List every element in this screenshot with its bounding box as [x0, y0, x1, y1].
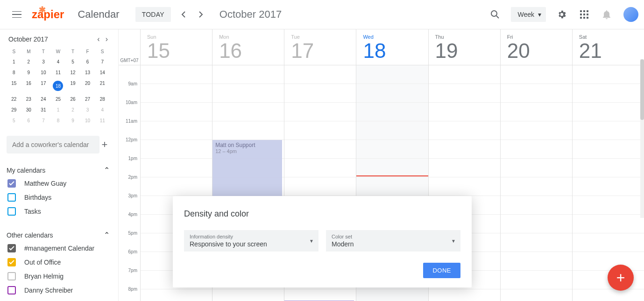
calendar-item[interactable]: Matthew Guay: [7, 176, 110, 190]
mini-day[interactable]: 16: [21, 78, 36, 93]
calendar-checkbox[interactable]: [7, 286, 16, 294]
calendar-item[interactable]: #management Calendar: [7, 241, 110, 255]
calendar-checkbox[interactable]: [7, 244, 16, 252]
day-number: 20: [507, 41, 566, 61]
mini-day[interactable]: 10: [36, 68, 51, 77]
prev-week-icon[interactable]: [175, 6, 192, 23]
mini-day[interactable]: 3: [36, 57, 51, 67]
mini-day[interactable]: 31: [36, 105, 51, 115]
day-header[interactable]: Fri20: [500, 29, 572, 65]
search-icon[interactable]: [486, 5, 504, 24]
create-event-fab[interactable]: +: [608, 265, 634, 291]
mini-day[interactable]: 6: [80, 57, 95, 67]
colorset-value: Modern: [332, 240, 455, 248]
mini-day[interactable]: 30: [21, 105, 36, 115]
week-nav: [175, 6, 210, 23]
notifications-icon[interactable]: [597, 5, 616, 24]
mini-day[interactable]: 1: [51, 105, 66, 115]
add-coworker-input[interactable]: [7, 136, 99, 154]
mini-day[interactable]: 9: [21, 68, 36, 77]
mini-day[interactable]: 11: [95, 116, 110, 126]
mini-day[interactable]: 15: [7, 78, 21, 93]
mini-day[interactable]: 8: [7, 68, 21, 77]
mini-dow: S: [7, 47, 21, 56]
density-select[interactable]: Information density Responsive to your s…: [184, 230, 318, 252]
mini-day[interactable]: 21: [95, 78, 110, 93]
colorset-select[interactable]: Color set Modern ▼: [326, 230, 460, 252]
add-coworker-plus-icon[interactable]: +: [99, 136, 110, 153]
app-logo[interactable]: zapier✱ Calendar: [32, 8, 120, 21]
calendar-item[interactable]: Danny Schreiber: [7, 283, 110, 297]
svg-rect-3: [587, 10, 588, 12]
mini-day[interactable]: 9: [65, 116, 80, 126]
calendar-item[interactable]: Birthdays: [7, 190, 110, 204]
calendar-item[interactable]: Out of Office: [7, 255, 110, 269]
next-week-icon[interactable]: [192, 6, 210, 23]
day-header[interactable]: Mon16: [212, 29, 284, 65]
settings-icon[interactable]: [552, 5, 571, 24]
mini-day[interactable]: 23: [21, 94, 36, 104]
scrollbar[interactable]: [640, 59, 644, 218]
menu-icon[interactable]: [6, 3, 28, 26]
mini-day[interactable]: 4: [51, 57, 66, 67]
mini-day[interactable]: 13: [80, 68, 95, 77]
my-calendars-label: My calendars: [7, 167, 45, 174]
day-column[interactable]: [500, 65, 572, 301]
mini-day[interactable]: 2: [65, 105, 80, 115]
mini-day[interactable]: 14: [95, 68, 110, 77]
calendar-checkbox[interactable]: [7, 258, 16, 266]
other-calendars-header[interactable]: Other calendars ⌃: [7, 229, 110, 241]
hour-label: 12pm: [119, 137, 140, 156]
mini-day[interactable]: 25: [51, 94, 66, 104]
day-header[interactable]: Sat21: [572, 29, 644, 65]
svg-rect-6: [587, 14, 588, 15]
mini-prev-icon[interactable]: ‹: [97, 35, 99, 43]
mini-day[interactable]: 17: [36, 78, 51, 93]
day-header[interactable]: Wed18: [356, 29, 428, 65]
day-header[interactable]: Sun15: [140, 29, 212, 65]
mini-day[interactable]: 27: [80, 94, 95, 104]
today-button[interactable]: TODAY: [135, 7, 171, 22]
calendar-item[interactable]: Tasks: [7, 204, 110, 218]
calendar-checkbox[interactable]: [7, 179, 16, 188]
mini-day[interactable]: 5: [65, 57, 80, 67]
mini-day[interactable]: 3: [80, 105, 95, 115]
mini-day[interactable]: 19: [65, 78, 80, 93]
mini-day[interactable]: 11: [51, 68, 66, 77]
mini-day[interactable]: 22: [7, 94, 21, 104]
mini-day[interactable]: 5: [7, 116, 21, 126]
mini-day[interactable]: 26: [65, 94, 80, 104]
mini-day[interactable]: 10: [80, 116, 95, 126]
mini-next-icon[interactable]: ›: [106, 35, 108, 43]
mini-day[interactable]: 4: [95, 105, 110, 115]
now-indicator: [356, 175, 428, 176]
account-avatar[interactable]: [623, 7, 638, 22]
mini-day[interactable]: 7: [95, 57, 110, 67]
mini-day[interactable]: 2: [21, 57, 36, 67]
mini-day[interactable]: 20: [80, 78, 95, 93]
day-number: 17: [291, 41, 349, 61]
mini-day[interactable]: 18: [51, 78, 66, 93]
mini-day[interactable]: 28: [95, 94, 110, 104]
calendar-checkbox[interactable]: [7, 193, 16, 202]
mini-day[interactable]: 24: [36, 94, 51, 104]
calendar-checkbox[interactable]: [7, 207, 16, 216]
mini-calendar[interactable]: SMTWTFS123456789101112131415161718192021…: [7, 47, 110, 126]
apps-icon[interactable]: [575, 5, 594, 24]
mini-day[interactable]: 6: [21, 116, 36, 126]
day-header[interactable]: Tue17: [284, 29, 356, 65]
mini-day[interactable]: 29: [7, 105, 21, 115]
sidebar: October 2017 ‹ › SMTWTFS1234567891011121…: [0, 29, 119, 301]
mini-day[interactable]: 8: [51, 116, 66, 126]
mini-day[interactable]: 1: [7, 57, 21, 67]
day-header[interactable]: Thu19: [428, 29, 500, 65]
day-column[interactable]: [572, 65, 644, 301]
mini-day[interactable]: 12: [65, 68, 80, 77]
mini-day[interactable]: 7: [36, 116, 51, 126]
my-calendars-header[interactable]: My calendars ⌃: [7, 164, 110, 176]
calendar-item[interactable]: Bryan Helmig: [7, 269, 110, 283]
calendar-checkbox[interactable]: [7, 272, 16, 280]
done-button[interactable]: DONE: [423, 263, 460, 278]
mini-cal-header: October 2017 ‹ ›: [7, 35, 110, 43]
view-selector[interactable]: Week▾: [511, 7, 546, 22]
